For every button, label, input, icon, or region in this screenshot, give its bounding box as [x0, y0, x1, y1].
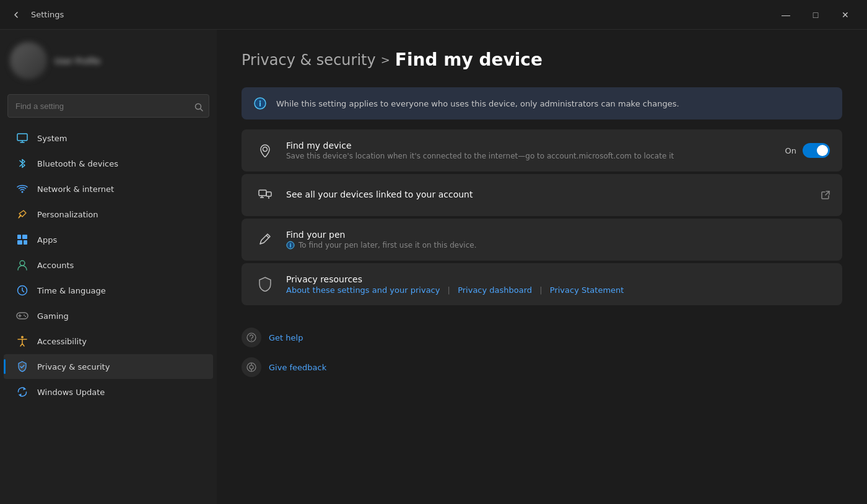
maximize-button[interactable]: □	[801, 5, 830, 25]
user-profile[interactable]: User Profile	[0, 35, 217, 89]
svg-point-31	[290, 243, 291, 245]
sidebar: User Profile	[0, 30, 217, 504]
find-my-device-icon	[254, 139, 276, 162]
sidebar-item-time-label: Time & language	[37, 286, 106, 295]
see-all-devices-icon	[254, 184, 276, 206]
breadcrumb: Privacy & security > Find my device	[242, 50, 842, 70]
sidebar-item-system-label: System	[37, 134, 67, 143]
sidebar-item-accounts[interactable]: Accounts	[4, 253, 213, 277]
back-button[interactable]	[7, 6, 25, 24]
find-my-device-toggle[interactable]	[803, 143, 830, 158]
sidebar-item-privacy[interactable]: Privacy & security	[4, 354, 213, 379]
system-icon	[16, 132, 28, 144]
svg-point-21	[263, 147, 268, 152]
titlebar: Settings — □ ✕	[0, 0, 867, 30]
help-section: Get help Give feedback	[242, 323, 842, 382]
find-my-device-text: Find my device Save this device's locati…	[286, 141, 775, 160]
minimize-button[interactable]: —	[772, 5, 800, 25]
find-my-device-card: Find my device Save this device's locati…	[242, 129, 842, 172]
accessibility-icon	[16, 335, 28, 347]
titlebar-title: Settings	[31, 10, 64, 19]
toggle-knob	[817, 145, 828, 156]
gaming-icon	[16, 310, 28, 322]
svg-point-5	[22, 191, 24, 193]
about-privacy-link[interactable]: About these settings and your privacy	[286, 285, 440, 295]
sidebar-item-update-label: Windows Update	[37, 388, 105, 397]
sidebar-item-personalization-label: Personalization	[37, 210, 98, 219]
time-icon	[16, 284, 28, 297]
breadcrumb-current: Find my device	[395, 50, 542, 70]
svg-point-35	[250, 365, 253, 369]
find-my-device-desc: Save this device's location when it's co…	[286, 152, 775, 160]
sidebar-item-bluetooth-label: Bluetooth & devices	[37, 159, 118, 168]
apps-icon	[16, 233, 28, 246]
svg-point-10	[20, 261, 25, 266]
find-your-pen-row[interactable]: Find your pen To find your pen later, fi…	[242, 219, 842, 261]
sidebar-item-network[interactable]: Network & internet	[4, 176, 213, 201]
privacy-resources-row: Privacy resources About these settings a…	[242, 263, 842, 305]
update-icon	[16, 386, 28, 398]
see-all-devices-text: See all your devices linked to your acco…	[286, 189, 811, 201]
sidebar-item-accessibility-label: Accessibility	[37, 337, 87, 346]
close-button[interactable]: ✕	[831, 5, 860, 25]
pen-info-icon	[286, 241, 295, 250]
external-link-icon	[821, 191, 830, 199]
svg-line-27	[826, 191, 829, 195]
info-banner-text: While this setting applies to everyone w…	[276, 99, 679, 108]
privacy-resources-icon	[254, 273, 276, 295]
privacy-dashboard-link[interactable]: Privacy dashboard	[458, 285, 532, 295]
find-your-pen-text: Find your pen To find your pen later, fi…	[286, 230, 830, 250]
svg-rect-2	[17, 134, 27, 141]
privacy-resources-title: Privacy resources	[286, 274, 830, 284]
svg-point-33	[251, 340, 252, 341]
find-my-device-action: On	[785, 143, 830, 158]
sidebar-item-gaming-label: Gaming	[37, 311, 69, 321]
sidebar-item-gaming[interactable]: Gaming	[4, 303, 213, 328]
privacy-icon	[16, 360, 28, 373]
find-your-pen-title: Find your pen	[286, 230, 830, 240]
svg-point-20	[259, 100, 261, 102]
sidebar-item-accounts-label: Accounts	[37, 261, 74, 270]
sidebar-item-time[interactable]: Time & language	[4, 278, 213, 303]
give-feedback-icon	[242, 357, 261, 377]
give-feedback-row[interactable]: Give feedback	[242, 352, 842, 382]
svg-line-28	[266, 235, 269, 238]
get-help-icon	[242, 328, 261, 347]
sidebar-item-personalization[interactable]: Personalization	[4, 202, 213, 227]
privacy-links: About these settings and your privacy | …	[286, 285, 830, 295]
see-all-devices-action	[821, 191, 830, 199]
sidebar-item-apps-label: Apps	[37, 235, 57, 245]
sidebar-item-bluetooth[interactable]: Bluetooth & devices	[4, 151, 213, 176]
privacy-statement-link[interactable]: Privacy Statement	[550, 285, 624, 295]
give-feedback-label[interactable]: Give feedback	[269, 363, 326, 372]
see-all-devices-row[interactable]: See all your devices linked to your acco…	[242, 174, 842, 216]
app-container: User Profile	[0, 30, 867, 504]
pen-info: To find your pen later, first use it on …	[286, 241, 830, 250]
svg-rect-22	[259, 190, 266, 196]
network-icon	[16, 183, 28, 195]
breadcrumb-parent[interactable]: Privacy & security	[242, 51, 376, 69]
info-banner: While this setting applies to everyone w…	[242, 87, 842, 119]
sidebar-item-apps[interactable]: Apps	[4, 227, 213, 252]
get-help-row[interactable]: Get help	[242, 323, 842, 352]
svg-rect-9	[24, 240, 27, 245]
toggle-label: On	[785, 146, 796, 155]
find-my-device-title: Find my device	[286, 141, 775, 150]
find-my-device-row[interactable]: Find my device Save this device's locati…	[242, 129, 842, 172]
bluetooth-icon	[16, 157, 28, 170]
sidebar-nav: System Bluetooth & devices	[0, 125, 217, 405]
main-content: Privacy & security > Find my device Whil…	[217, 30, 867, 504]
sidebar-item-system[interactable]: System	[4, 126, 213, 150]
user-name: User Profile	[54, 56, 100, 66]
see-all-devices-card: See all your devices linked to your acco…	[242, 174, 842, 216]
get-help-label[interactable]: Get help	[269, 333, 303, 342]
svg-point-16	[25, 316, 26, 317]
svg-rect-7	[22, 235, 27, 239]
see-all-devices-title: See all your devices linked to your acco…	[286, 189, 811, 199]
search-container	[0, 89, 217, 125]
search-input[interactable]	[7, 94, 209, 118]
find-your-pen-card: Find your pen To find your pen later, fi…	[242, 219, 842, 261]
svg-rect-23	[266, 192, 271, 196]
sidebar-item-accessibility[interactable]: Accessibility	[4, 329, 213, 354]
sidebar-item-update[interactable]: Windows Update	[4, 380, 213, 404]
